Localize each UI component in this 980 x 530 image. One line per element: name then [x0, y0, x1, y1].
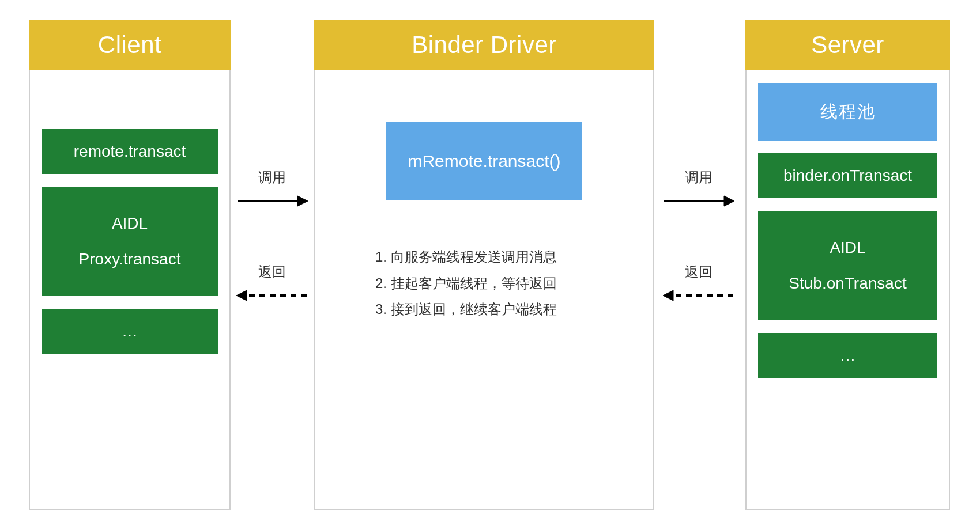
- client-remote-transact: remote.transact: [42, 129, 218, 174]
- client-more: …: [42, 309, 218, 354]
- driver-transact-box: mRemote.transact(): [386, 122, 582, 200]
- arrow-return-label-right: 返回: [662, 263, 736, 281]
- driver-step-1: 1. 向服务端线程发送调用消息: [375, 244, 642, 270]
- server-aidl-label: AIDL: [830, 230, 865, 266]
- client-aidl-label: AIDL: [112, 206, 148, 241]
- diagram-stage: Client remote.transact AIDL Proxy.transa…: [0, 0, 980, 530]
- svg-marker-1: [297, 196, 308, 206]
- client-aidl-proxy: AIDL Proxy.transact: [42, 187, 218, 296]
- svg-marker-3: [236, 290, 247, 301]
- svg-marker-5: [724, 196, 734, 206]
- svg-marker-7: [663, 290, 673, 301]
- driver-step-2: 2. 挂起客户端线程，等待返回: [375, 270, 642, 297]
- server-body: 线程池 binder.onTransact AIDL Stub.onTransa…: [745, 70, 950, 510]
- arrow-right-icon: [235, 192, 309, 210]
- server-threadpool: 线程池: [758, 83, 937, 141]
- server-more: …: [758, 333, 937, 378]
- server-aidl-stub: AIDL Stub.onTransact: [758, 211, 937, 320]
- arrow-call-label-right: 调用: [662, 168, 736, 187]
- driver-header: Binder Driver: [314, 20, 654, 70]
- arrow-right-icon: [662, 192, 736, 210]
- arrow-driver-to-client: 返回: [235, 263, 309, 304]
- driver-body: mRemote.transact() 1. 向服务端线程发送调用消息 2. 挂起…: [314, 70, 654, 510]
- arrow-driver-to-server: 调用: [662, 168, 736, 210]
- client-body: remote.transact AIDL Proxy.transact …: [29, 70, 231, 510]
- driver-step-3: 3. 接到返回，继续客户端线程: [375, 296, 642, 323]
- arrow-client-to-driver: 调用: [235, 168, 309, 210]
- arrow-call-label-left: 调用: [235, 168, 309, 187]
- driver-steps: 1. 向服务端线程发送调用消息 2. 挂起客户端线程，等待返回 3. 接到返回，…: [375, 244, 642, 323]
- client-column: Client remote.transact AIDL Proxy.transa…: [29, 20, 231, 510]
- server-stub-on-transact: Stub.onTransact: [789, 266, 906, 301]
- server-header: Server: [745, 20, 950, 70]
- server-on-transact: binder.onTransact: [758, 153, 937, 198]
- client-header: Client: [29, 20, 231, 70]
- client-proxy-transact: Proxy.transact: [79, 241, 181, 277]
- arrow-left-dashed-icon: [235, 287, 309, 304]
- server-column: Server 线程池 binder.onTransact AIDL Stub.o…: [745, 20, 950, 510]
- arrow-server-to-driver: 返回: [662, 263, 736, 304]
- arrow-return-label-left: 返回: [235, 263, 309, 281]
- arrow-left-dashed-icon: [662, 287, 736, 304]
- driver-column: Binder Driver mRemote.transact() 1. 向服务端…: [314, 20, 654, 510]
